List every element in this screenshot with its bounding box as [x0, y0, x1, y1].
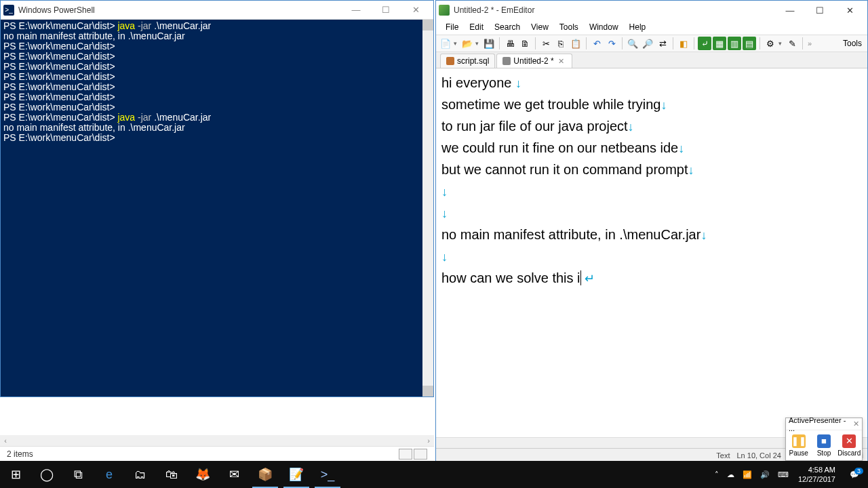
open-file-icon[interactable]: 📂	[460, 37, 474, 50]
console-line: PS E:\work\menuCar\dist>	[3, 41, 431, 52]
menu-view[interactable]: View	[526, 20, 554, 34]
discard-button[interactable]: ✕ Discard	[837, 430, 862, 460]
editor-line: ↓	[441, 181, 862, 203]
redo-icon[interactable]: ↷	[605, 37, 618, 50]
menu-tools[interactable]: Tools	[554, 20, 584, 34]
emeditor-titlebar[interactable]: Untitled-2 * - EmEditor — ☐ ✕	[436, 1, 867, 20]
activepresenter-title: ActivePresenter - ...	[789, 416, 853, 432]
activepresenter-toolbar[interactable]: ActivePresenter - ... ✕ ❚❚ Pause ■ Stop …	[785, 418, 863, 461]
dropdown-icon[interactable]: ▾	[475, 40, 481, 47]
file-icon	[502, 57, 511, 65]
start-button[interactable]: ⊞	[0, 461, 31, 488]
onedrive-icon[interactable]: ☁	[723, 461, 738, 488]
powershell-titlebar[interactable]: >_ Windows PowerShell — ☐ ✕	[1, 1, 433, 20]
volume-icon[interactable]: 🔊	[756, 461, 774, 488]
status-position: Ln 10, Col 24	[736, 451, 781, 460]
console-line: PS E:\work\menuCar\dist>	[3, 72, 431, 82]
properties-icon[interactable]: ✎	[785, 37, 799, 50]
store-icon[interactable]: 🛍	[156, 461, 187, 488]
menu-help[interactable]: Help	[624, 20, 652, 34]
wrap-window-icon[interactable]: ▦	[713, 37, 726, 50]
tools-dropdown[interactable]: Tools	[840, 37, 865, 49]
close-button[interactable]: ✕	[835, 1, 865, 19]
console-line: PS E:\work\menuCar\dist>	[3, 62, 431, 72]
document-tab[interactable]: Untitled-2 *✕	[496, 54, 572, 68]
editor-line: ↓	[441, 203, 862, 224]
clock[interactable]: 4:58 AM 12/27/2017	[793, 465, 841, 484]
details-view-icon[interactable]	[399, 449, 412, 460]
wrap-icon[interactable]: ⤶	[698, 37, 711, 50]
menu-window[interactable]: Window	[584, 20, 624, 34]
notifications-icon[interactable]: 💬	[841, 461, 868, 488]
edge-icon[interactable]: e	[94, 461, 125, 488]
discard-icon: ✕	[842, 434, 856, 448]
bookmark-icon[interactable]: ◧	[677, 37, 690, 50]
document-tab[interactable]: script.sql	[440, 54, 495, 68]
tray-overflow-icon[interactable]: ˄	[711, 461, 723, 488]
editor-line: ↓	[441, 246, 862, 268]
dropdown-icon[interactable]: ▾	[454, 40, 459, 47]
pause-icon: ❚❚	[792, 434, 806, 448]
find-icon[interactable]: 🔍	[626, 37, 639, 50]
cortana-icon[interactable]: ◯	[31, 461, 62, 488]
print-preview-icon[interactable]: 🗎	[518, 37, 532, 50]
emeditor-taskbar-icon[interactable]: 📝	[281, 461, 312, 488]
cut-icon[interactable]: ✂	[539, 37, 553, 50]
minimize-button[interactable]: —	[775, 1, 805, 19]
console-line: no main manifest attribute, in .\menuCar…	[3, 31, 431, 41]
explorer-status-bar: 2 items	[0, 446, 434, 461]
tab-bar: script.sqlUntitled-2 *✕	[436, 52, 867, 68]
paste-icon[interactable]: 📋	[569, 37, 583, 50]
console-line: no main manifest attribute, in .\menuCar…	[3, 123, 431, 133]
toolbar: 📄▾ 📂▾ 💾 🖶 🗎 ✂ ⎘ 📋 ↶ ↷ 🔍 🔎 ⇄ ◧ ⤶ ▦ ▥ ▤ ⚙▾…	[436, 35, 867, 52]
no-wrap-icon[interactable]: ▤	[743, 37, 756, 50]
console-line: PS E:\work\menuCar\dist> java -jar .\men…	[3, 113, 431, 123]
minimize-button[interactable]: —	[341, 1, 371, 19]
stop-button[interactable]: ■ Stop	[811, 430, 836, 460]
print-icon[interactable]: 🖶	[503, 37, 517, 50]
powershell-taskbar-icon[interactable]: >_	[312, 461, 343, 488]
horizontal-scrollbar[interactable]: ‹ ›	[0, 435, 434, 446]
taskbar: ⊞ ◯ ⧉ e 🗂 🛍 🦊 ✉ 📦 📝 >_ ˄ ☁ 📶 🔊 ⌨ 4:58 AM…	[0, 461, 868, 488]
emeditor-icon	[439, 5, 450, 16]
language-icon[interactable]: ⌨	[774, 461, 793, 488]
editor-line: but we cannot run it on command prompt↓	[441, 159, 862, 181]
new-file-icon[interactable]: 📄	[439, 37, 452, 50]
file-explorer-icon[interactable]: 🗂	[125, 461, 156, 488]
maximize-button[interactable]: ☐	[371, 1, 401, 19]
console-line: PS E:\work\menuCar\dist>	[3, 92, 431, 102]
mail-icon[interactable]: ✉	[218, 461, 250, 488]
close-icon[interactable]: ✕	[853, 420, 859, 428]
vertical-scrollbar[interactable]	[422, 20, 433, 396]
explorer-window-bottom: ‹ › 2 items	[0, 397, 434, 462]
powershell-console[interactable]: PS E:\work\menuCar\dist> java -jar .\men…	[1, 20, 433, 396]
close-button[interactable]: ✕	[401, 1, 431, 19]
editor-area[interactable]: hi everyone ↓sometime we get trouble whi…	[436, 68, 867, 437]
wrap-page-icon[interactable]: ▥	[728, 37, 741, 50]
task-view-icon[interactable]: ⧉	[62, 461, 94, 488]
netbeans-icon[interactable]: 📦	[250, 461, 281, 488]
copy-icon[interactable]: ⎘	[554, 37, 568, 50]
powershell-icon: >_	[3, 5, 14, 16]
menu-edit[interactable]: Edit	[464, 20, 489, 34]
dropdown-icon[interactable]: ▾	[778, 40, 784, 47]
item-count: 2 items	[7, 449, 33, 459]
save-icon[interactable]: 💾	[482, 37, 496, 50]
close-tab-icon[interactable]: ✕	[557, 57, 566, 66]
large-icons-view-icon[interactable]	[414, 449, 427, 460]
maximize-button[interactable]: ☐	[805, 1, 835, 19]
config-icon[interactable]: ⚙	[764, 37, 777, 50]
editor-line: sometime we get trouble while trying↓	[441, 94, 862, 116]
tab-label: Untitled-2 *	[513, 56, 553, 66]
undo-icon[interactable]: ↶	[590, 37, 604, 50]
menu-search[interactable]: Search	[489, 20, 526, 34]
firefox-icon[interactable]: 🦊	[187, 461, 218, 488]
file-icon	[446, 57, 454, 65]
console-line: PS E:\work\menuCar\dist>	[3, 82, 431, 92]
pause-button[interactable]: ❚❚ Pause	[786, 430, 811, 460]
network-icon[interactable]: 📶	[738, 461, 756, 488]
menu-file[interactable]: File	[440, 20, 464, 34]
console-line: PS E:\work\menuCar\dist>	[3, 133, 431, 143]
replace-icon[interactable]: ⇄	[656, 37, 669, 50]
find-next-icon[interactable]: 🔎	[641, 37, 654, 50]
